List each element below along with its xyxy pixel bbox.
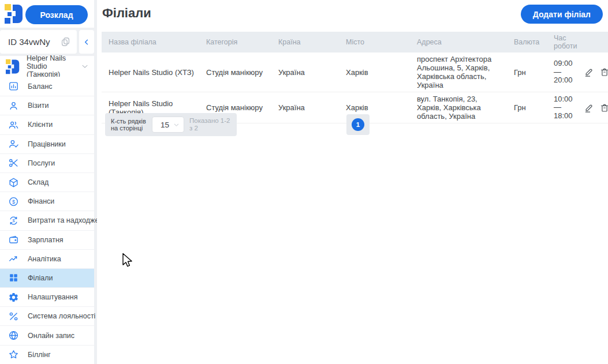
main-content: Філіали Додати філіал Назва філіалаКатег… [97, 0, 608, 364]
chevron-down-icon [173, 121, 180, 129]
edit-icon[interactable] [584, 67, 594, 77]
scissors-icon [8, 157, 19, 168]
branches-table: Назва філіалаКатегоріяКраїнаМістоАдресаВ… [102, 32, 608, 123]
edit-icon[interactable] [584, 103, 594, 113]
copy-icon[interactable] [60, 36, 71, 47]
column-header: Категорія [199, 32, 271, 52]
studio-selector[interactable]: Helper Nails Studio (Танкопія) [0, 56, 94, 77]
app-logo-icon [5, 3, 25, 27]
studio-logo-icon [6, 59, 21, 74]
sidebar-item-settings[interactable]: Налаштування [0, 287, 94, 306]
star-icon [8, 349, 19, 360]
grid-icon [8, 272, 19, 283]
page-title: Філіали [102, 6, 151, 21]
working-hours: 10:00 — 18:00 [549, 93, 580, 123]
hours-separator: — [554, 68, 576, 77]
column-header: Час роботи [549, 32, 580, 52]
hours-separator: — [554, 103, 576, 112]
delete-icon[interactable] [599, 67, 608, 77]
rows-per-page-label: К-сть рядків на сторінці [111, 118, 147, 132]
delete-icon[interactable] [599, 103, 608, 113]
account-id-card: ID 34vwNy [0, 30, 77, 54]
schedule-button[interactable]: Розклад [25, 5, 88, 24]
account-id: ID 34vwNy [8, 37, 60, 47]
percent-icon [8, 311, 19, 322]
sidebar-item-branches[interactable]: Філіали [0, 268, 94, 287]
sidebar-item-employees[interactable]: Працівники [0, 134, 94, 153]
money-flow-icon: $ [8, 215, 19, 226]
sidebar-collapse-button[interactable] [79, 30, 94, 54]
rows-per-page-control: К-сть рядків на сторінці 15 Показано 1-2… [105, 113, 237, 136]
sidebar-item-finance[interactable]: $ Фінанси [0, 192, 94, 211]
page-1-button[interactable]: 1 [352, 118, 364, 131]
sidebar-item-billing[interactable]: Біллінг [0, 345, 94, 364]
column-header: Країна [271, 32, 339, 52]
chevron-down-icon [80, 62, 89, 71]
wallet-icon [8, 234, 19, 245]
chevron-left-icon [83, 38, 91, 46]
column-header: Назва філіала [102, 32, 199, 52]
sidebar-menu: Баланс Візити Клієнти Працівники Послуги… [0, 77, 94, 364]
sidebar-item-stock[interactable]: Склад [0, 172, 94, 192]
sidebar-item-analytics[interactable]: Аналітика [0, 249, 94, 268]
trend-icon [8, 253, 19, 264]
svg-text:$: $ [12, 198, 15, 204]
person-icon [8, 100, 19, 111]
person-check-icon [8, 138, 19, 149]
sidebar-item-services[interactable]: Послуги [0, 153, 94, 172]
package-icon [8, 177, 19, 188]
table-row: Helper Nails Studio (ХТЗ) Студія манікюр… [102, 52, 608, 92]
gear-icon [8, 292, 19, 303]
sidebar-item-clients[interactable]: Клієнти [0, 115, 94, 134]
rows-per-page-select[interactable]: 15 [152, 117, 184, 133]
working-hours: 09:00 — 20:00 [549, 57, 580, 87]
dollar-circle-icon: $ [8, 196, 19, 207]
column-header: Валюта [507, 32, 549, 52]
sidebar-header: Розклад [0, 0, 94, 28]
people-icon [8, 119, 19, 130]
studio-name: Helper Nails Studio (Танкопія) [27, 54, 80, 78]
sidebar-item-loyalty[interactable]: Система лояльності [0, 306, 94, 325]
table-header-row: Назва філіалаКатегоріяКраїнаМістоАдресаВ… [102, 32, 608, 52]
add-branch-button[interactable]: Додати філіал [521, 5, 603, 24]
column-header: Адреса [410, 32, 507, 52]
globe-icon [8, 330, 19, 341]
balance-chart-icon [8, 81, 19, 92]
sidebar-item-online-booking[interactable]: Онлайн запис [0, 325, 94, 344]
shown-range-label: Показано 1-2 з 2 [189, 117, 231, 132]
sidebar-item-visits[interactable]: Візити [0, 96, 94, 115]
sidebar-item-expenses[interactable]: $ Витрати та надходження [0, 211, 94, 230]
sidebar-item-balance[interactable]: Баланс [0, 77, 94, 96]
column-header-actions [580, 32, 608, 52]
sidebar-item-salary[interactable]: Зарплатня [0, 230, 94, 249]
column-header: Місто [339, 32, 410, 52]
rows-per-page-value: 15 [161, 121, 173, 129]
pagination: 1 [346, 114, 370, 135]
